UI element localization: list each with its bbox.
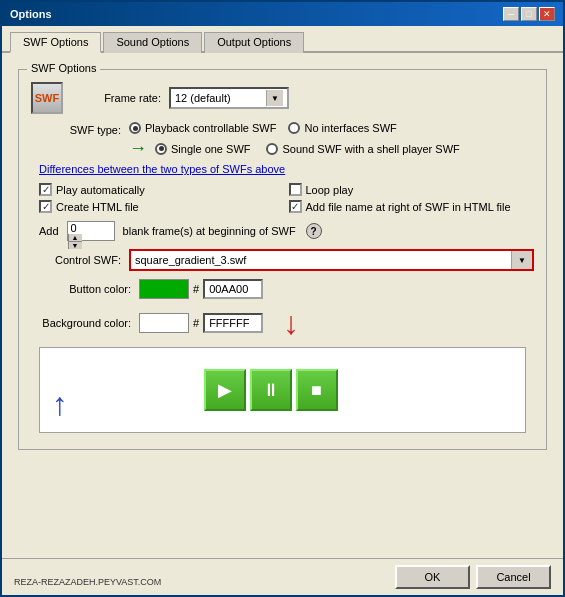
- play-auto-checkbox[interactable]: [39, 183, 52, 196]
- blue-arrow-container: ↑: [52, 360, 68, 420]
- blue-up-arrow-icon: ↑: [52, 388, 68, 420]
- bg-color-label: Background color:: [31, 317, 131, 329]
- player-section: ↑ ▶ ⏸ ■: [39, 347, 526, 433]
- checkbox-play-auto[interactable]: Play automatically: [39, 183, 285, 196]
- checkbox-add-filename[interactable]: Add file name at right of SWF in HTML fi…: [289, 200, 535, 213]
- button-color-row: Button color: #: [31, 279, 534, 299]
- frame-rate-dropdown[interactable]: 12 (default) ▼: [169, 87, 289, 109]
- radio-sound-shell[interactable]: Sound SWF with a shell player SWF: [266, 143, 459, 155]
- frame-rate-row: SWF Frame rate: 12 (default) ▼: [31, 82, 534, 114]
- combo-arrow-icon: ▼: [511, 251, 532, 269]
- button-color-hex[interactable]: [203, 279, 263, 299]
- pause-button[interactable]: ⏸: [250, 369, 292, 411]
- frames-spinner[interactable]: ▲ ▼: [67, 221, 115, 241]
- swf-flash-icon: SWF: [31, 82, 63, 114]
- radio-playback-btn: [129, 122, 141, 134]
- player-buttons: ▶ ⏸ ■: [204, 369, 338, 411]
- tab-content: SWF Options SWF Frame rate: 12 (default)…: [2, 53, 563, 462]
- bottom-bar: REZA-REZAZADEH.PEYVAST.COM OK Cancel: [2, 558, 563, 595]
- loop-play-label: Loop play: [306, 184, 354, 196]
- title-controls: ─ □ ✕: [503, 7, 555, 21]
- dropdown-arrow-icon: ▼: [266, 90, 283, 106]
- add-suffix: blank frame(s) at beginning of SWF: [123, 225, 296, 237]
- background-color-row: Background color: # ↓: [31, 307, 534, 339]
- title-bar: Options ─ □ ✕: [2, 2, 563, 26]
- red-down-arrow-icon: ↓: [283, 307, 299, 339]
- create-html-label: Create HTML file: [56, 201, 139, 213]
- pause-icon: ⏸: [262, 380, 280, 401]
- radio-single-btn: [155, 143, 167, 155]
- swf-type-row: SWF type: Playback controllable SWF No i…: [31, 122, 534, 159]
- frame-rate-label: Frame rate:: [71, 92, 161, 104]
- frames-input[interactable]: [68, 222, 100, 234]
- spinner-arrows: ▲ ▼: [68, 234, 82, 249]
- control-swf-label: Control SWF:: [31, 254, 121, 266]
- radio-no-interface-btn: [288, 122, 300, 134]
- add-prefix: Add: [39, 225, 59, 237]
- minimize-button[interactable]: ─: [503, 7, 519, 21]
- play-auto-label: Play automatically: [56, 184, 145, 196]
- window-title: Options: [10, 8, 52, 20]
- spin-down-btn[interactable]: ▼: [69, 242, 82, 249]
- control-swf-combo[interactable]: square_gradient_3.swf ▼: [129, 249, 534, 271]
- stop-button[interactable]: ■: [296, 369, 338, 411]
- radio-playback-label: Playback controllable SWF: [145, 122, 276, 134]
- button-color-label: Button color:: [31, 283, 131, 295]
- checkbox-create-html[interactable]: Create HTML file: [39, 200, 285, 213]
- swf-type-row1: Playback controllable SWF No interfaces …: [129, 122, 534, 134]
- radio-no-interface-label: No interfaces SWF: [304, 122, 396, 134]
- loop-play-checkbox[interactable]: [289, 183, 302, 196]
- bg-color-hex[interactable]: [203, 313, 263, 333]
- add-filename-checkbox[interactable]: [289, 200, 302, 213]
- swf-type-label: SWF type:: [31, 122, 121, 136]
- spin-up-btn[interactable]: ▲: [69, 234, 82, 242]
- bg-color-swatch[interactable]: [139, 313, 189, 333]
- radio-playback[interactable]: Playback controllable SWF: [129, 122, 276, 134]
- add-filename-label: Add file name at right of SWF in HTML fi…: [306, 201, 511, 213]
- maximize-button[interactable]: □: [521, 7, 537, 21]
- button-color-hash: #: [193, 283, 199, 295]
- radio-no-interface[interactable]: No interfaces SWF: [288, 122, 396, 134]
- tab-output-options[interactable]: Output Options: [204, 32, 304, 53]
- tab-swf-options[interactable]: SWF Options: [10, 32, 101, 53]
- add-frames-row: Add ▲ ▼ blank frame(s) at beginning of S…: [39, 221, 534, 241]
- swf-type-row2: → Single one SWF Sound SWF with a shell …: [129, 138, 534, 159]
- checkbox-loop-play[interactable]: Loop play: [289, 183, 535, 196]
- differences-link[interactable]: Differences between the two types of SWF…: [39, 163, 534, 175]
- radio-single[interactable]: Single one SWF: [155, 143, 250, 155]
- footer-url: REZA-REZAZADEH.PEYVAST.COM: [14, 577, 161, 587]
- radio-sound-shell-btn: [266, 143, 278, 155]
- swf-type-options: Playback controllable SWF No interfaces …: [129, 122, 534, 159]
- control-swf-row: Control SWF: square_gradient_3.swf ▼: [31, 249, 534, 271]
- tab-bar: SWF Options Sound Options Output Options: [2, 26, 563, 53]
- help-button[interactable]: ?: [306, 223, 322, 239]
- radio-sound-shell-label: Sound SWF with a shell player SWF: [282, 143, 459, 155]
- bg-color-hash: #: [193, 317, 199, 329]
- ok-button[interactable]: OK: [395, 565, 470, 589]
- button-color-swatch[interactable]: [139, 279, 189, 299]
- checkboxes-grid: Play automatically Loop play Create HTML…: [39, 183, 534, 213]
- close-button[interactable]: ✕: [539, 7, 555, 21]
- play-button[interactable]: ▶: [204, 369, 246, 411]
- options-dialog: Options ─ □ ✕ SWF Options Sound Options …: [0, 0, 565, 597]
- swf-options-group: SWF Options SWF Frame rate: 12 (default)…: [18, 69, 547, 450]
- frame-rate-value: 12 (default): [175, 92, 231, 104]
- green-arrow-icon: →: [129, 138, 147, 159]
- group-label: SWF Options: [27, 62, 100, 74]
- radio-single-label: Single one SWF: [171, 143, 250, 155]
- cancel-button[interactable]: Cancel: [476, 565, 551, 589]
- tab-sound-options[interactable]: Sound Options: [103, 32, 202, 53]
- control-swf-value: square_gradient_3.swf: [135, 254, 246, 266]
- create-html-checkbox[interactable]: [39, 200, 52, 213]
